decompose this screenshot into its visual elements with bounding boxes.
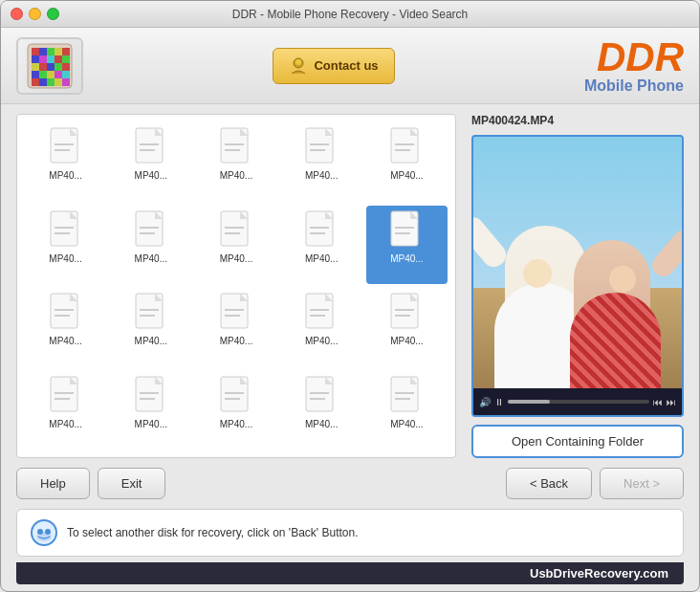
file-item[interactable]: MP40...: [195, 122, 276, 202]
svg-rect-20: [62, 71, 70, 78]
file-item[interactable]: MP40...: [281, 288, 362, 367]
file-item[interactable]: MP40...: [110, 122, 191, 202]
file-name: MP40...: [27, 170, 104, 181]
status-message: To select another disk for recovery, cli…: [67, 526, 359, 539]
svg-rect-67: [395, 232, 410, 234]
file-grid-panel: MP40...MP40...MP40...MP40...MP40...MP40.…: [16, 114, 456, 458]
file-item[interactable]: MP40...: [366, 122, 448, 202]
svg-rect-9: [55, 55, 62, 63]
file-item[interactable]: MP40...: [281, 122, 362, 202]
file-item[interactable]: MP40...: [281, 371, 362, 450]
svg-rect-107: [395, 398, 410, 400]
file-name: MP40...: [197, 336, 274, 346]
main-content: MP40...MP40...MP40...MP40...MP40...MP40.…: [1, 104, 699, 468]
svg-rect-66: [395, 227, 414, 229]
help-button[interactable]: Help: [16, 468, 90, 499]
svg-rect-1: [32, 48, 39, 55]
play-pause-icon[interactable]: ⏸: [494, 397, 504, 407]
file-name: MP40...: [112, 170, 189, 181]
file-item[interactable]: MP40...: [25, 371, 106, 450]
title-bar: DDR - Mobile Phone Recovery - Video Sear…: [1, 1, 699, 28]
file-item[interactable]: MP40...: [195, 206, 276, 285]
svg-rect-86: [395, 309, 414, 311]
volume-icon[interactable]: 🔊: [479, 397, 491, 407]
svg-rect-82: [310, 309, 329, 311]
svg-rect-22: [39, 78, 47, 86]
svg-rect-87: [395, 315, 410, 317]
svg-rect-6: [32, 55, 39, 63]
file-name: MP40...: [197, 419, 274, 429]
file-item[interactable]: MP40...: [25, 288, 106, 367]
file-item[interactable]: MP40...: [281, 206, 362, 285]
svg-rect-51: [55, 232, 70, 234]
svg-rect-94: [140, 392, 159, 394]
file-item[interactable]: MP40...: [110, 371, 191, 450]
file-name: MP40...: [27, 336, 104, 346]
maximize-button[interactable]: [47, 8, 59, 20]
file-item[interactable]: MP40...: [110, 288, 191, 367]
next-button[interactable]: Next >: [600, 468, 684, 499]
svg-rect-103: [310, 398, 325, 400]
svg-rect-34: [140, 143, 159, 145]
file-name: MP40...: [112, 253, 189, 264]
svg-rect-55: [140, 232, 155, 234]
file-item[interactable]: MP40...: [25, 206, 106, 285]
svg-point-27: [295, 59, 301, 65]
file-item[interactable]: MP40...: [366, 371, 448, 450]
svg-rect-11: [32, 63, 39, 71]
file-name: MP40...: [368, 253, 446, 264]
file-grid[interactable]: MP40...MP40...MP40...MP40...MP40...MP40.…: [17, 115, 455, 457]
svg-rect-63: [310, 232, 325, 234]
svg-rect-25: [62, 78, 70, 86]
preview-box: 🔊 ⏸ ⏮ ⏭: [471, 135, 684, 417]
svg-rect-43: [310, 149, 325, 151]
svg-rect-18: [47, 71, 55, 78]
svg-rect-12: [39, 63, 47, 71]
file-name: MP40...: [27, 253, 104, 264]
progress-bar[interactable]: [508, 400, 649, 404]
svg-rect-79: [225, 315, 240, 317]
svg-rect-4: [55, 48, 62, 55]
window-controls: [11, 8, 59, 20]
back-button[interactable]: < Back: [506, 468, 592, 499]
file-item[interactable]: MP40...: [366, 288, 448, 367]
svg-rect-2: [39, 48, 47, 55]
svg-rect-47: [395, 149, 410, 151]
svg-rect-31: [55, 149, 70, 151]
contact-button[interactable]: Contact us: [273, 48, 394, 84]
preview-filename: MP400424.MP4: [471, 114, 684, 127]
status-bar: To select another disk for recovery, cli…: [16, 509, 684, 557]
svg-rect-62: [310, 227, 329, 229]
svg-rect-58: [225, 227, 244, 229]
file-name: MP40...: [283, 253, 361, 264]
svg-rect-74: [140, 309, 159, 311]
svg-rect-95: [140, 398, 155, 400]
file-item[interactable]: MP40...: [25, 122, 106, 202]
file-item[interactable]: MP40...: [110, 206, 191, 285]
svg-rect-24: [55, 78, 62, 86]
file-name: MP40...: [368, 336, 446, 346]
svg-point-111: [45, 529, 51, 535]
status-icon: [31, 519, 57, 546]
svg-rect-59: [225, 232, 240, 234]
file-item[interactable]: MP40...: [195, 288, 276, 367]
file-item[interactable]: MP40...: [366, 206, 448, 285]
minimize-button[interactable]: [29, 8, 41, 20]
svg-rect-23: [47, 78, 55, 86]
svg-rect-35: [140, 149, 155, 151]
close-button[interactable]: [11, 8, 23, 20]
open-folder-button[interactable]: Open Containing Folder: [471, 425, 684, 458]
svg-rect-91: [55, 398, 70, 400]
rewind-icon[interactable]: ⏮: [653, 397, 663, 407]
action-buttons: Help Exit < Back Next >: [16, 468, 684, 499]
app-logo: [16, 37, 83, 95]
file-name: MP40...: [197, 253, 274, 264]
file-item[interactable]: MP40...: [195, 371, 276, 450]
svg-rect-71: [55, 315, 70, 317]
exit-button[interactable]: Exit: [98, 468, 166, 499]
svg-rect-3: [47, 48, 55, 55]
svg-rect-15: [62, 63, 70, 71]
svg-rect-8: [47, 55, 55, 63]
app-header: Contact us DDR Mobile Phone: [1, 28, 699, 104]
fast-forward-icon[interactable]: ⏭: [667, 397, 676, 407]
